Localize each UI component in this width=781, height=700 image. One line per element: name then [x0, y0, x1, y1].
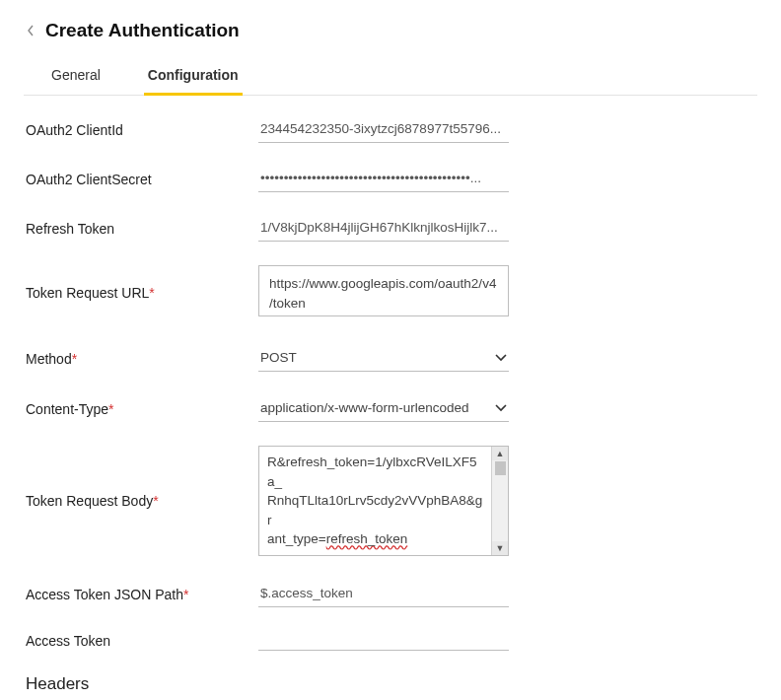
tab-general[interactable]: General [47, 59, 105, 96]
method-label: Method* [26, 351, 258, 367]
scroll-up-icon[interactable]: ▲ [492, 447, 508, 460]
chevron-down-icon [495, 399, 507, 415]
scroll-down-icon[interactable]: ▼ [492, 541, 508, 555]
chevron-down-icon [495, 349, 507, 365]
tabs: General Configuration [24, 59, 757, 96]
oauth2-clientsecret-input[interactable] [258, 167, 509, 192]
refresh-token-input[interactable] [258, 216, 509, 242]
tab-configuration[interactable]: Configuration [144, 59, 243, 96]
access-token-json-path-label: Access Token JSON Path* [26, 587, 258, 602]
token-request-body-label: Token Request Body* [26, 493, 258, 509]
oauth2-clientid-input[interactable] [258, 117, 509, 143]
content-type-label: Content-Type* [26, 401, 258, 417]
page-header: Create Authentication [24, 20, 757, 41]
refresh-token-label: Refresh Token [26, 221, 258, 237]
page-title: Create Authentication [45, 20, 240, 41]
back-icon[interactable] [24, 24, 37, 37]
method-value: POST [260, 350, 297, 365]
token-request-body-input[interactable]: R&refresh_token=1/ylbxcRVeILXF5a_ RnhqTL… [258, 446, 509, 556]
content-type-select[interactable]: application/x-www-form-urlencoded [258, 395, 509, 422]
access-token-input[interactable] [258, 631, 509, 651]
access-token-label: Access Token [26, 633, 258, 649]
token-request-body-text[interactable]: R&refresh_token=1/ylbxcRVeILXF5a_ RnhqTL… [259, 447, 491, 555]
oauth2-clientsecret-label: OAuth2 ClientSecret [26, 172, 258, 187]
textarea-scrollbar[interactable]: ▲ ▼ [491, 447, 508, 555]
token-request-url-input[interactable] [258, 265, 509, 316]
config-form: OAuth2 ClientId OAuth2 ClientSecret Refr… [24, 117, 757, 700]
access-token-json-path-input[interactable] [258, 582, 509, 607]
token-request-url-label: Token Request URL* [26, 285, 258, 301]
method-select[interactable]: POST [258, 345, 509, 372]
scroll-thumb[interactable] [495, 461, 506, 475]
headers-section-title: Headers [26, 674, 757, 694]
content-type-value: application/x-www-form-urlencoded [260, 400, 469, 415]
oauth2-clientid-label: OAuth2 ClientId [26, 122, 258, 138]
